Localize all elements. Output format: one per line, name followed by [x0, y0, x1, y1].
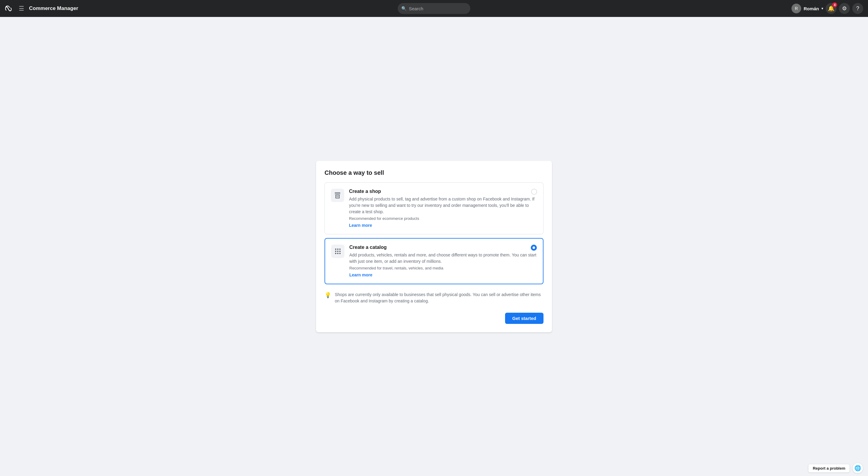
create-catalog-option[interactable]: Create a catalog Add products, vehicles,…: [324, 238, 544, 284]
catalog-option-content: Create a catalog Add products, vehicles,…: [349, 245, 537, 278]
catalog-option-title: Create a catalog: [349, 245, 537, 250]
avatar: R: [792, 4, 801, 13]
notification-badge: 4: [832, 2, 837, 7]
shop-icon: [334, 192, 341, 199]
main-content: Choose a way to sell Create a shop Add p…: [0, 0, 868, 476]
shop-icon-wrap: [331, 189, 344, 202]
choose-way-to-sell-card: Choose a way to sell Create a shop Add p…: [316, 161, 552, 332]
settings-button[interactable]: ⚙: [839, 3, 850, 14]
card-footer: Get started: [324, 313, 544, 324]
language-button[interactable]: 🌐: [852, 463, 863, 474]
app-title: Commerce Manager: [29, 5, 78, 11]
catalog-icon-wrap: [331, 245, 344, 258]
search-icon: 🔍: [401, 6, 406, 11]
catalog-icon: [334, 248, 341, 255]
notice-text: Shops are currently only available to bu…: [335, 291, 544, 304]
notice-section: 💡 Shops are currently only available to …: [324, 290, 544, 306]
header-right: R Román ▾ 🔔 4 ⚙ ?: [577, 3, 863, 14]
user-info[interactable]: R Román ▾: [792, 4, 823, 13]
notifications-button[interactable]: 🔔 4: [826, 3, 837, 14]
chevron-down-icon: ▾: [822, 6, 823, 10]
shop-option-title: Create a shop: [349, 189, 537, 194]
catalog-option-recommendation: Recommended for travel, rentals, vehicle…: [349, 266, 537, 271]
meta-logo[interactable]: [5, 4, 14, 13]
catalog-radio-button[interactable]: [531, 245, 537, 251]
search-input[interactable]: [409, 6, 467, 11]
lightbulb-icon: 💡: [324, 292, 331, 298]
create-shop-option[interactable]: Create a shop Add physical products to s…: [324, 182, 544, 234]
report-problem-button[interactable]: Report a problem: [808, 464, 850, 473]
catalog-option-description: Add products, vehicles, rentals and more…: [349, 252, 537, 264]
shop-option-content: Create a shop Add physical products to s…: [349, 189, 537, 228]
username: Román: [804, 6, 819, 11]
shop-option-recommendation: Recommended for ecommerce products: [349, 216, 537, 221]
top-navigation: ☰ Commerce Manager 🔍 R Román ▾ 🔔 4 ⚙ ?: [0, 0, 868, 17]
bottom-bar: Report a problem 🌐: [803, 460, 868, 476]
header-left: ☰ Commerce Manager: [5, 4, 291, 13]
help-button[interactable]: ?: [852, 3, 863, 14]
header-center: 🔍: [291, 3, 577, 14]
card-title: Choose a way to sell: [324, 169, 544, 176]
search-bar-container: 🔍: [398, 3, 470, 14]
hamburger-icon[interactable]: ☰: [18, 4, 25, 13]
catalog-learn-more-link[interactable]: Learn more: [349, 273, 372, 277]
shop-option-description: Add physical products to sell, tag and a…: [349, 196, 537, 215]
get-started-button[interactable]: Get started: [505, 313, 544, 324]
shop-learn-more-link[interactable]: Learn more: [349, 223, 372, 228]
shop-radio-button[interactable]: [531, 189, 537, 195]
